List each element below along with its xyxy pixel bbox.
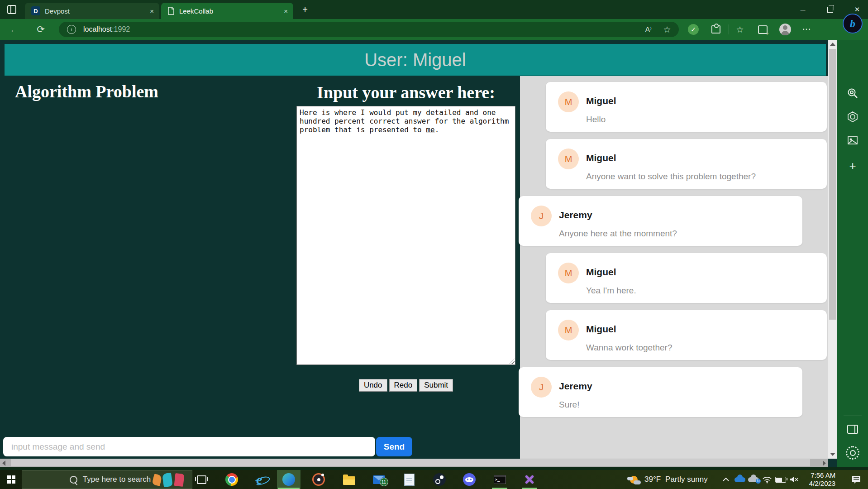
address-bar[interactable]: i localhost :1992 A⁾ ☆: [59, 22, 679, 37]
volume-mute-tray-icon[interactable]: [787, 470, 801, 489]
undo-button[interactable]: Undo: [359, 379, 387, 392]
task-view-button[interactable]: [191, 470, 212, 489]
weather-taskbar-icon[interactable]: [625, 470, 643, 489]
onedrive-tray-icon[interactable]: [733, 470, 747, 489]
workspaces-icon[interactable]: [7, 5, 16, 14]
tab-devpost[interactable]: D Devpost ×: [25, 3, 159, 19]
tab-bar: D Devpost × LeekCollab × + ─ ✕: [0, 0, 868, 19]
settings-more-icon[interactable]: ···: [799, 21, 815, 38]
mail-icon: 11: [373, 475, 385, 484]
answer-textarea[interactable]: Here is where I would put my detailed an…: [296, 106, 515, 365]
windows-logo-icon: [7, 475, 15, 484]
site-info-icon[interactable]: i: [67, 25, 76, 34]
chat-message-card: M Miguel Hello: [546, 82, 827, 132]
chrome-icon: [225, 473, 238, 486]
avatar: M: [558, 263, 579, 283]
screen: D Devpost × LeekCollab × + ─ ✕ ← ⟳ i loc…: [0, 0, 868, 489]
profile-avatar[interactable]: [777, 21, 793, 38]
scroll-right-arrow-icon[interactable]: [823, 460, 826, 466]
send-button[interactable]: Send: [376, 437, 412, 456]
extension-check-icon[interactable]: ✓: [685, 21, 701, 38]
clock-date: 4/2/2023: [809, 479, 835, 487]
back-icon[interactable]: ←: [6, 21, 23, 38]
steam-taskbar-icon[interactable]: [429, 470, 450, 489]
extensions-puzzle-icon[interactable]: [708, 21, 724, 38]
battery-tray-icon[interactable]: [774, 470, 787, 489]
edge-sidebar: +: [837, 40, 868, 470]
action-center-icon: [851, 475, 861, 484]
url-port: :1992: [112, 25, 130, 34]
wifi-tray-icon[interactable]: [761, 470, 773, 489]
mail-taskbar-icon[interactable]: 11: [368, 470, 390, 489]
sidebar-settings-gear-icon[interactable]: [837, 444, 868, 462]
sidebar-tools-icon[interactable]: [837, 108, 868, 126]
sync-cloud-tray-icon[interactable]: ↻: [747, 470, 760, 489]
avatar: M: [558, 320, 579, 340]
file-explorer-taskbar-icon[interactable]: [338, 470, 360, 489]
toolbar-divider: [729, 24, 729, 34]
refresh-icon[interactable]: ⟳: [33, 21, 49, 38]
discord-taskbar-icon[interactable]: [458, 470, 480, 489]
vertical-scrollbar[interactable]: [828, 40, 837, 459]
battery-icon: [775, 477, 786, 483]
redo-button[interactable]: Redo: [389, 379, 418, 392]
chat-author: Miguel: [586, 96, 616, 106]
onedrive-cloud-icon: [734, 477, 745, 482]
tray-expand-chevron-icon[interactable]: [720, 470, 732, 489]
notepad-taskbar-icon[interactable]: [398, 470, 420, 489]
new-tab-button[interactable]: +: [299, 4, 311, 15]
weather-sun-cloud-icon: [630, 476, 638, 484]
scroll-left-arrow-icon[interactable]: [2, 460, 5, 466]
sidebar-add-icon[interactable]: +: [837, 157, 868, 175]
music-app-taskbar-icon[interactable]: [308, 470, 329, 489]
toggle-glyph: [847, 425, 858, 434]
read-aloud-icon[interactable]: A⁾: [645, 25, 652, 34]
chat-message-card: M Miguel Yea I'm here.: [546, 253, 827, 303]
edge-taskbar-icon-active[interactable]: [277, 470, 300, 489]
taskbar-clock[interactable]: 7:56 AM4/2/2023: [805, 470, 840, 489]
start-button[interactable]: [2, 470, 21, 489]
sidebar-toggle-icon[interactable]: [837, 420, 868, 438]
devpost-favicon: D: [31, 6, 40, 15]
taskbar-search[interactable]: Type here to search: [22, 470, 192, 489]
vertical-scroll-thumb[interactable]: [829, 49, 836, 320]
add-favorite-star-icon[interactable]: ☆: [659, 21, 675, 38]
terminal-taskbar-icon[interactable]: >_: [489, 470, 510, 489]
collections-icon[interactable]: [754, 21, 771, 38]
message-input[interactable]: [3, 437, 375, 456]
favorites-icon[interactable]: ☆: [732, 21, 748, 38]
scroll-down-arrow-icon[interactable]: [830, 453, 835, 456]
sync-badge-icon: ↻: [756, 479, 761, 484]
weather-temp: 39°F: [644, 475, 661, 484]
horizontal-scroll-thumb[interactable]: [11, 459, 810, 466]
search-highlights-art[interactable]: [150, 473, 189, 487]
action-center-button[interactable]: [847, 470, 865, 489]
window-minimize-button[interactable]: ─: [792, 0, 814, 19]
tab-leekcollab-active[interactable]: LeekCollab ×: [161, 3, 293, 19]
answer-heading: Input your answer here:: [296, 82, 515, 102]
url-host: localhost: [83, 25, 112, 34]
window-bottom-edge: [0, 467, 868, 470]
submit-button[interactable]: Submit: [419, 379, 453, 392]
tab-close-icon[interactable]: ×: [144, 7, 159, 15]
speaker-mute-icon: [790, 476, 799, 483]
chat-author: Miguel: [586, 267, 616, 278]
problem-title: Algorithm Problem: [15, 82, 158, 101]
check-glyph: ✓: [688, 24, 699, 35]
weather-info[interactable]: 39°F Partly sunny: [644, 470, 708, 489]
sidebar-image-creator-icon[interactable]: [837, 131, 868, 149]
page-title: User: Miguel: [5, 44, 826, 76]
terminal-icon: >_: [494, 475, 506, 484]
scroll-up-arrow-icon[interactable]: [830, 43, 835, 46]
bing-copilot-icon[interactable]: b: [843, 14, 863, 34]
chat-text: Sure!: [559, 400, 579, 410]
chrome-taskbar-icon[interactable]: [221, 470, 243, 489]
tab-close-icon[interactable]: ×: [278, 7, 293, 15]
visual-studio-taskbar-icon[interactable]: [519, 470, 540, 489]
horizontal-scrollbar[interactable]: [0, 459, 828, 467]
chat-message-card: M Miguel Wanna work together?: [546, 310, 827, 360]
internet-explorer-taskbar-icon[interactable]: e: [248, 470, 270, 489]
discord-icon: [463, 473, 476, 486]
sidebar-search-icon[interactable]: [837, 84, 868, 102]
window-restore-button[interactable]: [819, 0, 841, 19]
